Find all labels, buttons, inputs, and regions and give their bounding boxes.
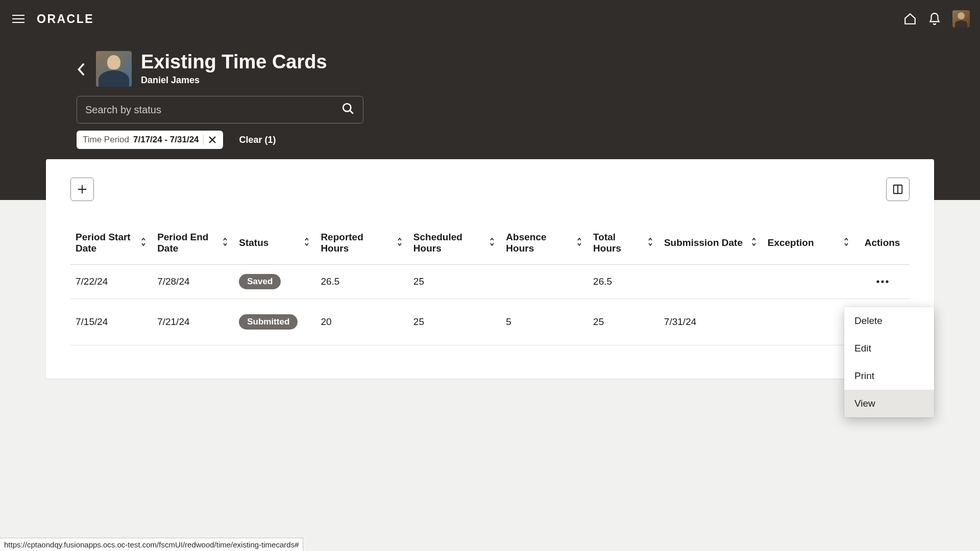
brand-logo: ORACLE [37,12,94,26]
exception [763,265,855,299]
svg-point-0 [343,104,351,111]
sort-icon[interactable] [647,237,654,249]
col-period-start[interactable]: Period Start Date [70,223,152,265]
reported-hours: 20 [315,299,408,345]
sort-icon[interactable] [303,237,310,249]
col-reported-hours[interactable]: Reported Hours [315,223,408,265]
col-submission-date[interactable]: Submission Date [659,223,763,265]
submission-date [659,265,763,299]
filter-chip[interactable]: Time Period 7/17/24 - 7/31/24 [77,131,223,149]
table-row: 7/15/24 7/21/24 Submitted 20 25 5 25 7/3… [70,299,910,345]
col-status[interactable]: Status [234,223,315,265]
filter-chip-label: Time Period [83,135,129,145]
topbar: ORACLE [0,0,980,38]
col-label: Period End Date [157,232,216,254]
status-cell: Saved [234,265,315,299]
col-label: Period Start Date [76,232,135,254]
close-icon[interactable] [208,135,217,144]
search-input[interactable] [85,104,335,116]
filter-chip-divider [203,135,204,145]
submission-date: 7/31/24 [659,299,763,345]
period-start-link[interactable]: 7/15/24 [70,299,152,345]
sort-icon[interactable] [576,237,583,249]
sort-icon[interactable] [488,237,496,249]
col-label: Reported Hours [321,232,390,254]
svg-point-4 [886,280,888,283]
total-hours: 25 [588,299,659,345]
clear-filters-link[interactable]: Clear (1) [239,135,276,145]
menu-item-edit[interactable]: Edit [844,335,934,362]
status-cell: Submitted [234,299,315,345]
period-start-link[interactable]: 7/22/24 [70,265,152,299]
col-absence-hours[interactable]: Absence Hours [501,223,588,265]
col-label: Actions [865,237,900,248]
add-button[interactable] [70,178,94,201]
period-end: 7/21/24 [152,299,234,345]
page-subtitle: Daniel James [141,75,327,86]
topbar-right [903,10,970,28]
search-icon[interactable] [341,102,355,117]
home-icon[interactable] [903,12,917,26]
col-label: Scheduled Hours [413,232,483,254]
reported-hours: 26.5 [315,265,408,299]
topbar-left: ORACLE [10,12,94,26]
scheduled-hours: 25 [408,299,501,345]
bell-icon[interactable] [928,12,941,26]
col-scheduled-hours[interactable]: Scheduled Hours [408,223,501,265]
col-exception[interactable]: Exception [763,223,855,265]
columns-button[interactable] [886,178,910,201]
exception [763,299,855,345]
profile-photo [96,51,132,87]
menu-icon[interactable] [10,13,27,25]
col-label: Status [239,237,268,248]
col-period-end[interactable]: Period End Date [152,223,234,265]
menu-item-delete[interactable]: Delete [844,307,934,335]
status-bar-url: https://cptaondqy.fusionapps.ocs.oc-test… [0,538,303,551]
col-label: Total Hours [593,232,642,254]
status-badge: Saved [239,274,281,289]
sort-icon[interactable] [140,237,147,249]
sort-icon[interactable] [222,237,229,249]
page-title: Existing Time Cards [141,51,327,73]
filter-chip-value: 7/17/24 - 7/31/24 [133,135,199,145]
total-hours: 26.5 [588,265,659,299]
back-icon[interactable] [77,62,87,79]
menu-item-print[interactable]: Print [844,362,934,390]
scheduled-hours: 25 [408,265,501,299]
status-badge: Submitted [239,314,298,330]
sort-icon[interactable] [750,237,757,249]
period-end: 7/28/24 [152,265,234,299]
content-card: Period Start Date Period End Date Status [46,159,934,379]
card-toolbar [70,178,910,201]
svg-point-3 [881,280,884,283]
col-label: Absence Hours [506,232,571,254]
menu-item-view[interactable]: View [844,390,934,417]
search-box[interactable] [77,96,363,123]
sort-icon[interactable] [396,237,403,249]
timecards-table: Period Start Date Period End Date Status [70,223,910,345]
col-label: Submission Date [664,237,743,248]
col-label: Exception [768,237,814,248]
absence-hours [501,265,588,299]
table-row: 7/22/24 7/28/24 Saved 26.5 25 26.5 [70,265,910,299]
row-actions-button[interactable] [872,276,893,288]
svg-point-2 [876,280,879,283]
col-actions: Actions [855,223,910,265]
col-total-hours[interactable]: Total Hours [588,223,659,265]
absence-hours: 5 [501,299,588,345]
actions-cell [855,265,910,299]
avatar[interactable] [952,10,970,28]
sort-icon[interactable] [843,237,850,249]
row-actions-menu: Delete Edit Print View [844,307,934,417]
